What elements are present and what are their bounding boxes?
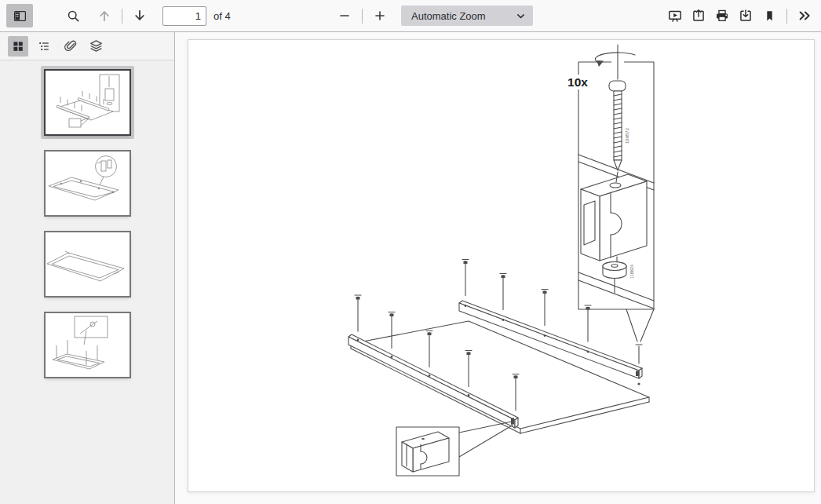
thumbnail-page-3-preview xyxy=(46,232,130,296)
toolbar-left: of 4 xyxy=(0,4,231,27)
sidebar-toggle-icon xyxy=(13,9,27,23)
pdf-viewer-app: of 4 Automatic Zoom xyxy=(0,0,821,504)
open-file-button[interactable] xyxy=(687,4,710,27)
assembly-diagram: 10x 109572 118824 xyxy=(188,40,814,491)
find-button[interactable] xyxy=(61,4,85,27)
screw-part-number-label: 109572 xyxy=(625,127,629,144)
toolbar-divider xyxy=(122,9,122,24)
quantity-label: 10x xyxy=(567,75,588,89)
thumbnails-grid-icon xyxy=(12,40,24,53)
zoom-out-button[interactable] xyxy=(333,4,356,27)
bracket-detail xyxy=(581,174,647,261)
outline-view-button[interactable] xyxy=(34,36,54,57)
more-tools-button[interactable] xyxy=(793,4,816,27)
thumbnail-list xyxy=(0,60,174,504)
zoom-level-dropdown[interactable]: Automatic Zoom xyxy=(401,5,533,26)
toolbar-zoom-group: Automatic Zoom xyxy=(333,0,533,31)
thumbnail-page-3[interactable] xyxy=(41,228,134,301)
chevron-down-icon xyxy=(516,11,526,21)
save-icon xyxy=(739,9,753,23)
presentation-mode-button[interactable] xyxy=(663,4,687,27)
spacer-detail xyxy=(603,257,626,293)
page-number-input[interactable] xyxy=(162,6,206,26)
thumbnail-page-1[interactable] xyxy=(41,66,134,139)
sidebar xyxy=(0,32,175,504)
toolbar-divider xyxy=(786,9,787,24)
thumbnails-view-button[interactable] xyxy=(8,36,28,57)
double-chevron-right-icon xyxy=(797,9,812,23)
thumbnail-page-4[interactable] xyxy=(41,309,134,382)
pdf-page-1: 10x 109572 118824 xyxy=(188,39,815,492)
current-view-button[interactable] xyxy=(757,4,781,27)
toolbar-divider xyxy=(362,9,363,24)
outline-list-icon xyxy=(38,40,50,53)
presentation-icon xyxy=(668,9,682,23)
layers-icon xyxy=(89,39,103,53)
spacer-part-number-label: 118824 xyxy=(629,265,634,279)
toolbar: of 4 Automatic Zoom xyxy=(0,0,821,32)
rail-end-detail-box xyxy=(396,422,513,476)
diagram-lines xyxy=(348,45,654,476)
sidebar-toolbar xyxy=(0,32,174,60)
attachments-view-button[interactable] xyxy=(60,36,80,57)
minus-icon xyxy=(338,9,351,22)
print-icon xyxy=(715,9,729,23)
page-down-button[interactable] xyxy=(128,4,151,27)
bookmark-icon xyxy=(763,9,776,23)
viewer-container: 10x 109572 118824 xyxy=(175,32,821,504)
thumbnail-page-2[interactable] xyxy=(41,147,134,220)
toggle-sidebar-button[interactable] xyxy=(6,4,33,27)
page-up-button[interactable] xyxy=(93,4,116,27)
screw-detail xyxy=(595,45,635,182)
thumbnail-page-1-preview xyxy=(46,71,130,134)
toolbar-right xyxy=(663,0,816,31)
save-button[interactable] xyxy=(734,4,757,27)
thumbnail-page-2-preview xyxy=(46,152,130,215)
print-button[interactable] xyxy=(710,4,734,27)
page-count-label: of 4 xyxy=(213,10,231,22)
arrow-down-icon xyxy=(133,9,147,23)
hardware-detail-box xyxy=(564,45,654,341)
zoom-level-label: Automatic Zoom xyxy=(411,10,486,22)
search-icon xyxy=(67,9,80,23)
open-file-icon xyxy=(691,9,706,23)
viewer-body: 10x 109572 118824 xyxy=(0,32,821,504)
plus-icon xyxy=(374,9,386,22)
thumbnail-page-4-preview xyxy=(46,313,130,377)
arrow-up-icon xyxy=(97,9,111,23)
zoom-in-button[interactable] xyxy=(368,4,392,27)
layers-view-button[interactable] xyxy=(86,36,106,57)
paperclip-icon xyxy=(64,39,77,53)
